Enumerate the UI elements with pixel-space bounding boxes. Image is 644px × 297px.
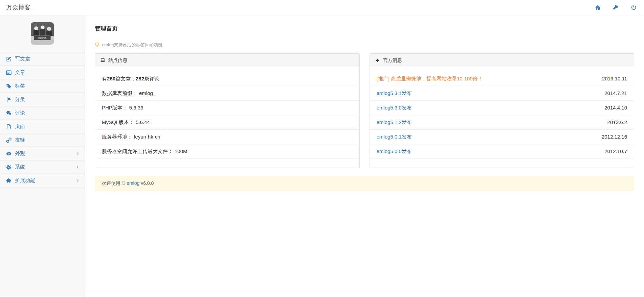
sidebar-item-label: 友链	[15, 137, 25, 143]
news-date: 2012.10.7	[604, 148, 627, 154]
link-icon	[6, 138, 12, 143]
puzzle-icon	[6, 178, 12, 183]
speaker-icon	[375, 58, 380, 63]
news-link[interactable]: emlog5.0.0发布	[377, 148, 412, 154]
article-count: 260	[107, 76, 115, 82]
sidebar-item-label: 评论	[15, 110, 25, 116]
sidebar-item-links[interactable]: 友链	[0, 133, 85, 147]
sidebar-item-label: 系统	[15, 164, 25, 170]
stats-middle: 篇文章，	[115, 76, 136, 82]
info-label: PHP版本：	[102, 105, 128, 111]
news-row: emlog5.0.0发布 2012.10.7	[370, 144, 634, 159]
sidebar-item-categories[interactable]: 分类	[0, 93, 85, 106]
tag-icon	[6, 83, 12, 89]
avatar-banner-text: CHINA	[38, 36, 47, 40]
sidebar-item-label: 写文章	[15, 56, 30, 62]
sidebar-item-articles[interactable]: 文章	[0, 66, 85, 79]
news-date: 2014.4.10	[604, 105, 627, 111]
news-date: 2014.7.21	[604, 90, 627, 96]
panel-title: 官方消息	[383, 57, 402, 63]
power-icon[interactable]	[631, 5, 637, 10]
emlog-link[interactable]: emlog	[127, 180, 139, 186]
sidebar-item-label: 页面	[15, 123, 25, 130]
info-row-server-env: 服务器环境： leyun-hk-cn	[95, 130, 359, 144]
laptop-icon	[100, 58, 105, 63]
sidebar-item-tags[interactable]: 标签	[0, 79, 85, 93]
info-value: leyun-hk-cn	[134, 134, 160, 140]
dashboard-panels: 站点信息 有260篇文章，282条评论 数据库表前缀： emlog_ PHP版本…	[95, 53, 634, 168]
info-value: 5.6.33	[129, 105, 143, 111]
info-label: MySQL版本：	[102, 119, 134, 125]
stats-suffix: 条评论	[144, 76, 159, 82]
site-info-body: 有260篇文章，282条评论 数据库表前缀： emlog_ PHP版本： 5.6…	[95, 67, 359, 168]
site-info-panel: 站点信息 有260篇文章，282条评论 数据库表前缀： emlog_ PHP版本…	[95, 53, 360, 168]
news-link[interactable]: emlog5.1.2发布	[377, 119, 412, 125]
page-title: 管理首页	[95, 25, 634, 32]
main-content: 管理首页 emlog支持灵活的标签(tag)功能 站点信息 有260篇文章，28…	[85, 15, 644, 297]
info-value: 100M	[175, 148, 187, 154]
eye-icon	[6, 151, 12, 156]
stats-row: 有260篇文章，282条评论	[95, 72, 359, 86]
pencil-square-icon	[6, 56, 12, 62]
news-link[interactable]: emlog5.3.1发布	[377, 90, 412, 96]
wrench-icon[interactable]	[613, 5, 619, 10]
news-panel: 官方消息 [推广] 高质量蜘蛛池，提高网站收录10-100倍！ 2019.10.…	[370, 53, 635, 168]
news-row: emlog5.3.0发布 2014.4.10	[370, 101, 634, 115]
chevron-left-icon	[76, 165, 80, 169]
footer-welcome: 欢迎使用 © emlog v6.0.0	[95, 176, 634, 191]
comment-count: 282	[136, 76, 144, 82]
avatar-container: CHINA	[0, 15, 85, 52]
news-row: [推广] 高质量蜘蛛池，提高网站收录10-100倍！ 2019.10.11	[370, 72, 634, 86]
sidebar-item-pages[interactable]: 页面	[0, 120, 85, 133]
news-row: emlog5.3.1发布 2014.7.21	[370, 86, 634, 101]
tip-banner: emlog支持灵活的标签(tag)功能	[95, 42, 634, 48]
news-link[interactable]: emlog5.3.0发布	[377, 105, 412, 111]
info-row-mysql-version: MySQL版本： 5.6.44	[95, 115, 359, 130]
chevron-left-icon	[76, 152, 80, 155]
stats-prefix: 有	[102, 76, 107, 82]
sidebar-item-label: 分类	[15, 96, 25, 103]
tip-text: emlog支持灵活的标签(tag)功能	[102, 42, 162, 48]
sidebar-item-appearance[interactable]: 外观	[0, 147, 85, 160]
news-row: emlog5.0.1发布 2012.12.16	[370, 130, 634, 144]
info-label: 服务器环境：	[102, 134, 132, 140]
news-row: emlog5.1.2发布 2013.6.2	[370, 115, 634, 130]
gear-icon	[6, 165, 12, 170]
news-date: 2012.12.16	[602, 134, 627, 140]
avatar[interactable]: CHINA	[31, 22, 54, 45]
sidebar-item-write-article[interactable]: 写文章	[0, 52, 85, 66]
footer-text-suffix: v6.0.0	[139, 180, 154, 186]
sidebar-menu: 写文章 文章 标签 分类 评论 页面	[0, 52, 85, 188]
comments-icon	[6, 110, 12, 116]
footer-text-prefix: 欢迎使用 ©	[102, 180, 127, 186]
panel-title: 站点信息	[108, 57, 127, 63]
sidebar-item-comments[interactable]: 评论	[0, 106, 85, 120]
flag-icon	[6, 97, 12, 102]
site-info-header: 站点信息	[95, 54, 359, 67]
info-row-php-version: PHP版本： 5.6.33	[95, 101, 359, 115]
bulb-icon	[95, 42, 99, 48]
home-icon[interactable]	[595, 5, 601, 10]
sidebar: CHINA 写文章 文章 标签 分类	[0, 15, 85, 297]
sidebar-item-label: 标签	[15, 83, 25, 89]
sidebar-item-system[interactable]: 系统	[0, 160, 85, 174]
info-value: 5.6.44	[136, 119, 150, 125]
site-title[interactable]: 万众博客	[6, 3, 30, 11]
sidebar-item-label: 外观	[15, 150, 25, 157]
news-link-promo[interactable]: [推广] 高质量蜘蛛池，提高网站收录10-100倍！	[377, 76, 483, 82]
sidebar-item-label: 扩展功能	[15, 177, 35, 184]
page-icon	[6, 124, 12, 129]
info-row-max-upload: 服务器空间允许上传最大文件： 100M	[95, 144, 359, 159]
sidebar-item-extensions[interactable]: 扩展功能	[0, 174, 85, 188]
info-label: 数据库表前缀：	[102, 90, 137, 96]
news-date: 2013.6.2	[607, 119, 627, 125]
list-icon	[6, 70, 12, 75]
news-link[interactable]: emlog5.0.1发布	[377, 134, 412, 140]
topbar: 万众博客	[0, 0, 644, 15]
info-label: 服务器空间允许上传最大文件：	[102, 148, 173, 154]
chevron-left-icon	[76, 179, 80, 182]
info-row-db-prefix: 数据库表前缀： emlog_	[95, 86, 359, 101]
news-date: 2019.10.11	[602, 76, 627, 82]
news-header: 官方消息	[370, 54, 634, 67]
sidebar-item-label: 文章	[15, 69, 25, 76]
